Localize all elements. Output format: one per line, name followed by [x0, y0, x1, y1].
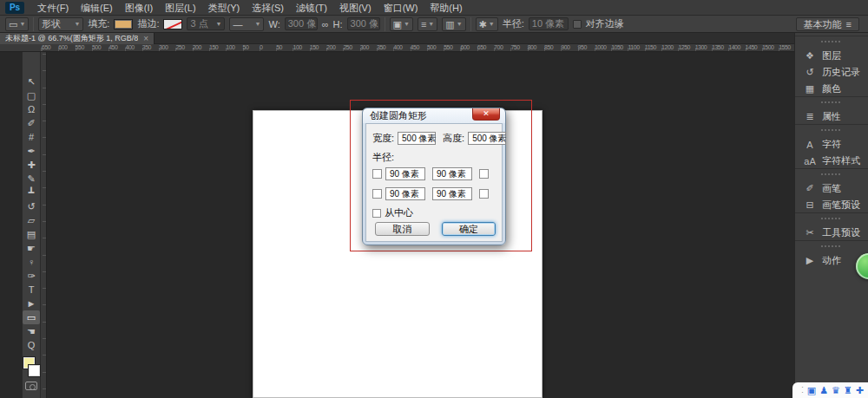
menu-type[interactable]: 类型(Y)	[202, 0, 247, 16]
radius-top-left-input[interactable]: 90 像素	[385, 167, 425, 180]
panel-icon: ▦	[804, 83, 816, 95]
marquee-tool[interactable]: ▢	[23, 88, 40, 102]
gear-icon: ✱	[479, 17, 487, 31]
shop-icon[interactable]: ♜	[844, 382, 852, 398]
dialog-height-input[interactable]: 500 像素	[468, 132, 506, 145]
overlay-dots: ⁚	[801, 387, 804, 395]
panel-properties[interactable]: ≣ 属性	[795, 108, 868, 125]
path-selection-tool[interactable]: ►	[23, 297, 40, 310]
brush-tool[interactable]: ✎	[23, 172, 40, 186]
stroke-style-select[interactable]: — ▼	[229, 17, 264, 31]
path-operations-button[interactable]: ▣ ▼	[390, 17, 413, 31]
radius-link-checkbox-bottom-right[interactable]	[479, 189, 489, 199]
menu-layer[interactable]: 图层(L)	[159, 0, 201, 16]
panel-brush[interactable]: ✐ 画笔	[795, 180, 868, 197]
screenshot-icon[interactable]: ▣	[807, 382, 816, 398]
radius-input[interactable]: 10 像素	[529, 17, 569, 30]
menu-view[interactable]: 视图(V)	[333, 0, 378, 16]
menu-help[interactable]: 帮助(H)	[424, 0, 468, 16]
crop-tool[interactable]: #	[23, 130, 40, 144]
rounded-rect-tool-icon: ▭	[9, 17, 17, 31]
width-label: W:	[268, 19, 279, 29]
hand-tool[interactable]: ☚	[23, 324, 40, 338]
clothing-icon[interactable]: ♛	[832, 382, 840, 398]
panel-character[interactable]: A 字符	[795, 136, 868, 153]
radius-link-checkbox-top-left[interactable]	[372, 169, 382, 179]
wrench-icon[interactable]: ✚	[856, 382, 864, 398]
rounded-rectangle-tool[interactable]: ▭	[23, 310, 40, 324]
radius-link-checkbox-top-right[interactable]	[479, 169, 489, 179]
cancel-button[interactable]: 取消	[375, 222, 430, 236]
shape-height-input[interactable]: 300 像	[347, 17, 380, 30]
panel-icon: ✂	[804, 227, 816, 238]
tool-preset-picker[interactable]: ▭ ▼	[5, 17, 29, 31]
quick-mask-icon[interactable]	[25, 382, 37, 390]
stroke-width-input[interactable]: 3 点 ▼	[187, 17, 225, 30]
dialog-width-label: 宽度:	[372, 132, 394, 145]
path-alignment-button[interactable]: ≡ ▼	[418, 17, 437, 31]
menu-edit[interactable]: 编辑(E)	[75, 0, 119, 16]
shape-width-input[interactable]: 300 像	[285, 17, 318, 30]
geometry-options-button[interactable]: ✱ ▼	[476, 17, 498, 31]
eyedropper-tool[interactable]: ✒	[23, 144, 40, 158]
lasso-tool[interactable]: Ω	[23, 102, 40, 116]
quick-selection-tool[interactable]: ✐	[23, 116, 40, 130]
from-center-label: 从中心	[385, 206, 413, 219]
radius-link-checkbox-bottom-left[interactable]	[372, 189, 382, 199]
chevron-down-icon: ▼	[74, 21, 80, 27]
healing-brush-tool[interactable]: ✚	[23, 158, 40, 172]
path-arrange-button[interactable]: ▥ ▼	[442, 17, 465, 31]
align-edges-checkbox[interactable]	[573, 20, 582, 29]
tool-mode-select[interactable]: 形状 ▼	[38, 17, 83, 31]
panel-icon: ▶	[804, 255, 816, 266]
workspace-switcher[interactable]: 基本功能 ≡	[796, 17, 859, 31]
move-tool[interactable]: ↖	[23, 75, 40, 88]
dodge-tool[interactable]: ♀	[23, 255, 40, 269]
menu-select[interactable]: 选择(S)	[246, 0, 290, 16]
history-brush-tool[interactable]: ↺	[23, 199, 40, 213]
panel-dock: ❖ 图层 ↺ 历史记录 ▦ 颜色 ≣ 属性 A 字符 aA 字符样式 ✐ 画笔	[794, 33, 868, 398]
document-tab[interactable]: 未标题-1 @ 66.7%(圆角矩形 1, RGB/8) * ×	[0, 33, 155, 44]
panel-brush-presets[interactable]: ⊟ 画笔预设	[795, 197, 868, 213]
eraser-tool[interactable]: ▱	[23, 213, 40, 227]
zoom-tool[interactable]: Q	[23, 338, 40, 352]
panel-history[interactable]: ↺ 历史记录	[795, 64, 868, 81]
panel-tool-presets[interactable]: ✂ 工具预设	[795, 225, 868, 241]
chevron-down-icon: ▼	[255, 21, 261, 27]
fill-color-swatch[interactable]	[114, 19, 133, 29]
tool-buttons: ↖▢Ω✐#✒✚✎┻↺▱▤☛♀✑T►▭☚Q	[23, 75, 40, 352]
menu-filter[interactable]: 滤镜(T)	[290, 0, 333, 16]
dialog-close-button[interactable]: ✕	[472, 108, 500, 121]
panel-icon: A	[804, 140, 816, 150]
clone-stamp-tool[interactable]: ┻	[23, 186, 40, 199]
vertical-ruler[interactable]	[40, 52, 47, 398]
background-color-swatch[interactable]	[29, 365, 40, 376]
ok-button[interactable]: 确定	[442, 222, 496, 236]
dialog-width-input[interactable]: 500 像素	[398, 132, 436, 145]
link-dimensions-icon[interactable]: ∞	[322, 17, 329, 31]
from-center-checkbox[interactable]	[372, 209, 381, 218]
smudge-tool[interactable]: ☛	[23, 241, 40, 255]
type-tool[interactable]: T	[23, 283, 40, 297]
menu-file[interactable]: 文件(F)	[31, 0, 75, 16]
user-icon[interactable]: ♟	[819, 382, 828, 398]
horizontal-ruler[interactable]: 6506005505004504003503002502001501005005…	[40, 44, 794, 52]
gradient-tool[interactable]: ▤	[23, 227, 40, 241]
radius-bottom-right-input[interactable]: 90 像素	[432, 187, 472, 200]
line-style-icon: —	[233, 19, 242, 29]
color-swatches	[23, 357, 40, 376]
menu-image[interactable]: 图像(I)	[119, 0, 159, 16]
panel-character-styles[interactable]: aA 字符样式	[795, 153, 868, 169]
stroke-color-swatch[interactable]	[163, 19, 182, 29]
radius-top-right-input[interactable]: 90 像素	[432, 167, 472, 180]
radius-bottom-left-input[interactable]: 90 像素	[385, 187, 425, 200]
panel-color[interactable]: ▦ 颜色	[795, 81, 868, 97]
menu-window[interactable]: 窗口(W)	[378, 0, 424, 16]
close-tab-icon[interactable]: ×	[143, 35, 148, 43]
radius-label: 半径:	[503, 17, 524, 30]
arrange-icon: ▥	[445, 17, 454, 31]
panel-layers[interactable]: ❖ 图层	[795, 48, 868, 64]
height-label: H:	[333, 19, 343, 29]
pen-tool[interactable]: ✑	[23, 269, 40, 283]
dialog-titlebar[interactable]: 创建圆角矩形 ✕	[363, 108, 505, 123]
